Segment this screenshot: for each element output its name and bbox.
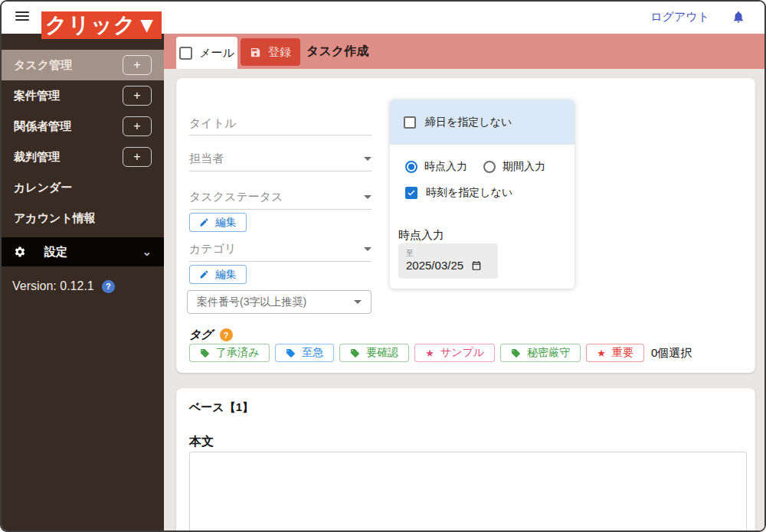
chevron-down-icon: ⌄ — [142, 245, 152, 259]
calendar-icon[interactable] — [471, 260, 482, 271]
pencil-icon — [199, 269, 209, 279]
tag-chip[interactable]: 要確認 — [339, 344, 409, 362]
register-button-label: 登録 — [268, 45, 291, 60]
tag-chip-label: 了承済み — [216, 346, 259, 360]
add-button[interactable]: + — [123, 116, 152, 136]
tag-chip[interactable]: 了承済み — [189, 344, 270, 362]
status-select[interactable]: タスクステータス — [189, 185, 372, 210]
tag-chip-label: 要確認 — [366, 346, 398, 360]
task-form-card: 担当者 タスクステータス 編集 カテゴリ 編集 案件番号(3字以上推奨) — [176, 78, 755, 373]
dropdown-arrow-icon — [354, 300, 362, 304]
add-button[interactable]: + — [123, 55, 152, 75]
period-input-radio-label: 期間入力 — [502, 160, 545, 174]
no-time-row: 時刻を指定しない — [405, 186, 512, 200]
save-icon — [250, 47, 261, 58]
point-input-radio[interactable] — [405, 161, 417, 173]
notification-bell-icon[interactable] — [732, 10, 745, 24]
no-time-label: 時刻を指定しない — [426, 186, 512, 200]
sidebar-item[interactable]: カレンダー — [2, 172, 164, 203]
main-content: 担当者 タスクステータス 編集 カテゴリ 編集 案件番号(3字以上推奨) — [164, 69, 764, 530]
tag-chip-label: 秘密厳守 — [527, 346, 570, 360]
hamburger-menu-icon[interactable] — [15, 11, 29, 22]
star-icon: ★ — [597, 348, 606, 358]
sidebar-item-label: アカウント情報 — [14, 211, 96, 226]
tag-chip[interactable]: ★サンプル — [414, 344, 495, 362]
no-deadline-label: 締日を指定しない — [425, 116, 512, 129]
dropdown-arrow-icon — [364, 247, 372, 251]
sidebar-nav: タスク管理+案件管理+関係者管理+裁判管理+カレンダーアカウント情報 — [2, 34, 164, 233]
tags-help-icon[interactable]: ? — [220, 328, 233, 341]
edit-status-button[interactable]: 編集 — [189, 213, 247, 232]
tag-icon — [511, 348, 521, 358]
sidebar-item[interactable]: タスク管理+ — [2, 50, 164, 80]
body-label: 本文 — [189, 434, 214, 450]
check-icon — [407, 188, 416, 197]
assignee-select-value: 担当者 — [189, 152, 224, 166]
sidebar-item[interactable]: 裁判管理+ — [2, 142, 164, 172]
tag-chip[interactable]: 秘密厳守 — [500, 344, 581, 362]
edit-button-label: 編集 — [215, 216, 237, 230]
point-input-radio-label: 時点入力 — [424, 160, 467, 174]
case-number-select[interactable]: 案件番号(3字以上推奨) — [187, 290, 372, 314]
sidebar-item-label: 関係者管理 — [14, 119, 71, 134]
title-input[interactable] — [189, 111, 372, 135]
tags-label: タグ — [189, 328, 213, 342]
sidebar-item[interactable]: 関係者管理+ — [2, 111, 164, 142]
add-button[interactable]: + — [123, 86, 152, 106]
date-value: 2025/03/25 — [406, 259, 463, 272]
dropdown-arrow-icon — [364, 157, 372, 161]
tag-icon — [350, 348, 360, 358]
deadline-date-input[interactable]: 至 2025/03/25 — [398, 243, 498, 279]
gear-icon — [14, 246, 26, 258]
base-card: ベース【1】 本文 — [176, 388, 755, 532]
tag-icon — [350, 348, 360, 358]
point-input-section-label: 時点入力 — [398, 228, 444, 243]
category-select[interactable]: カテゴリ — [189, 237, 372, 262]
case-number-value: 案件番号(3字以上推奨) — [197, 295, 306, 309]
tag-chip-label: 至急 — [302, 346, 323, 360]
sidebar-item-label: 案件管理 — [14, 89, 60, 103]
register-button[interactable]: 登録 — [241, 38, 300, 66]
tag-chip[interactable]: ★重要 — [586, 344, 644, 362]
sidebar-item-label: 設定 — [44, 245, 67, 259]
tag-chip-label: 重要 — [612, 346, 633, 360]
sidebar-item-label: カレンダー — [14, 181, 72, 195]
tag-icon — [511, 348, 521, 358]
tab-mail[interactable]: メール — [176, 37, 237, 69]
tags-selected-count: 0個選択 — [651, 346, 692, 361]
deadline-panel: 締日を指定しない 時点入力 期間入力 時刻を指定しない 時点入力 至 — [390, 100, 574, 289]
click-annotation-badge: クリック▼ — [41, 11, 162, 39]
tags-label-row: タグ ? — [189, 328, 233, 342]
add-button[interactable]: + — [123, 147, 152, 167]
tag-icon — [286, 348, 296, 358]
body-textarea[interactable] — [189, 452, 747, 532]
sidebar-item[interactable]: 案件管理+ — [2, 80, 164, 111]
tag-icon — [286, 348, 296, 358]
no-time-checkbox[interactable] — [405, 187, 417, 199]
sidebar-item-settings[interactable]: 設定 ⌄ — [2, 237, 164, 266]
no-deadline-checkbox[interactable] — [404, 116, 416, 129]
tag-chip[interactable]: 至急 — [275, 344, 334, 362]
tag-chip-label: サンプル — [440, 346, 484, 360]
tags-row: 了承済み至急要確認★サンプル秘密厳守★重要0個選択 — [189, 344, 692, 362]
tag-icon — [200, 348, 210, 358]
version-label: Version: 0.12.1 — [12, 279, 94, 293]
period-input-radio[interactable] — [483, 161, 496, 173]
tag-icon — [200, 348, 210, 358]
assignee-select[interactable]: 担当者 — [189, 147, 372, 171]
deadline-panel-header: 締日を指定しない — [390, 100, 574, 145]
dropdown-arrow-icon — [364, 195, 372, 199]
mail-checkbox[interactable] — [179, 47, 192, 60]
sidebar-item[interactable]: アカウント情報 — [2, 203, 164, 233]
version-row: Version: 0.12.1 ? — [2, 266, 164, 306]
app-window: ログアウト クリック▼ タスク管理+案件管理+関係者管理+裁判管理+カレンダーア… — [0, 0, 766, 532]
edit-button-label: 編集 — [215, 268, 237, 282]
version-help-icon[interactable]: ? — [102, 280, 115, 293]
mail-tab-label: メール — [199, 46, 234, 60]
base-heading: ベース【1】 — [189, 400, 254, 415]
logout-link[interactable]: ログアウト — [650, 10, 709, 24]
pencil-icon — [199, 217, 209, 227]
date-prefix-label: 至 — [406, 248, 490, 259]
edit-category-button[interactable]: 編集 — [189, 265, 247, 284]
star-icon: ★ — [425, 348, 434, 358]
